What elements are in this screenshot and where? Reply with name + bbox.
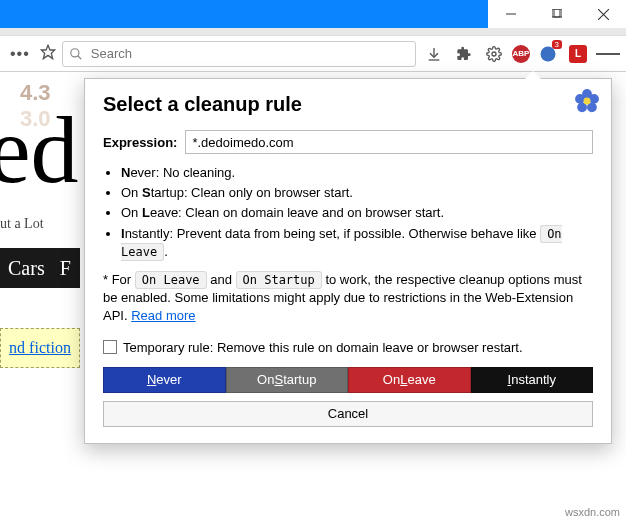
temporary-rule-label: Temporary rule: Remove this rule on doma… (123, 340, 523, 355)
search-box[interactable] (62, 41, 416, 67)
cleanup-rule-panel: Select a cleanup rule Expression: Never:… (84, 78, 612, 444)
svg-point-17 (584, 98, 591, 105)
code-on-startup: On Startup (236, 271, 322, 289)
settings-gear-icon[interactable] (482, 42, 506, 66)
rule-button-row: Never On Startup On Leave Instantly (103, 367, 593, 393)
page-subtitle-fragment: ut a Lot (0, 216, 44, 232)
on-leave-button[interactable]: On Leave (348, 367, 471, 393)
nav-item-cars[interactable]: Cars (8, 257, 45, 280)
browser-toolbar: ••• ABP 3 L (0, 36, 626, 72)
temporary-rule-checkbox[interactable] (103, 340, 117, 354)
abp-extension-icon[interactable]: ABP (512, 45, 530, 63)
bookmark-star-icon[interactable] (40, 44, 56, 63)
extensions-icon[interactable] (452, 42, 476, 66)
expression-label: Expression: (103, 135, 177, 150)
svg-marker-5 (41, 45, 54, 58)
read-more-link[interactable]: Read more (131, 308, 195, 323)
page-actions-icon[interactable]: ••• (6, 45, 34, 63)
expression-input[interactable] (185, 130, 593, 154)
tab-strip (0, 28, 626, 36)
rule-descriptions: Never: No cleaning. On Startup: Clean on… (121, 164, 593, 261)
forget-me-not-icon (573, 87, 601, 115)
instantly-button[interactable]: Instantly (471, 367, 594, 393)
svg-rect-2 (554, 9, 562, 17)
note-text: * For On Leave and On Startup to work, t… (103, 271, 593, 326)
search-input[interactable] (89, 45, 409, 62)
rule-leave: On Leave: Clean on domain leave and on b… (121, 204, 593, 222)
page-title-fragment: ed (0, 94, 79, 205)
panel-arrow (525, 71, 541, 79)
rule-instantly: Instantly: Prevent data from being set, … (121, 225, 593, 261)
window-titlebar (0, 0, 626, 28)
rule-startup: On Startup: Clean only on browser start. (121, 184, 593, 202)
watermark: wsxdn.com (565, 506, 620, 518)
rule-never: Never: No cleaning. (121, 164, 593, 182)
nav-item-f[interactable]: F (60, 257, 71, 280)
fiction-link[interactable]: nd fiction (9, 339, 71, 357)
window-minimize-button[interactable] (488, 0, 534, 28)
on-startup-button[interactable]: On Startup (226, 367, 349, 393)
never-button[interactable]: Never (103, 367, 226, 393)
svg-rect-1 (552, 9, 560, 17)
nav-bar[interactable]: Cars F (0, 248, 80, 288)
window-close-button[interactable] (580, 0, 626, 28)
app-menu-icon[interactable] (596, 42, 620, 66)
search-icon (69, 47, 83, 61)
svg-line-7 (78, 55, 82, 59)
svg-point-16 (575, 94, 585, 104)
panel-title: Select a cleanup rule (103, 93, 593, 116)
svg-point-6 (71, 48, 79, 56)
window-maximize-button[interactable] (534, 0, 580, 28)
notification-count: 3 (552, 40, 562, 49)
extension-gear-icon[interactable]: 3 (536, 42, 560, 66)
svg-point-10 (492, 52, 496, 56)
cancel-button[interactable]: Cancel (103, 401, 593, 427)
code-on-leave: On Leave (135, 271, 207, 289)
extension-l-icon[interactable]: L (566, 42, 590, 66)
highlight-box: nd fiction (0, 328, 80, 368)
svg-point-13 (589, 94, 599, 104)
downloads-icon[interactable] (422, 42, 446, 66)
